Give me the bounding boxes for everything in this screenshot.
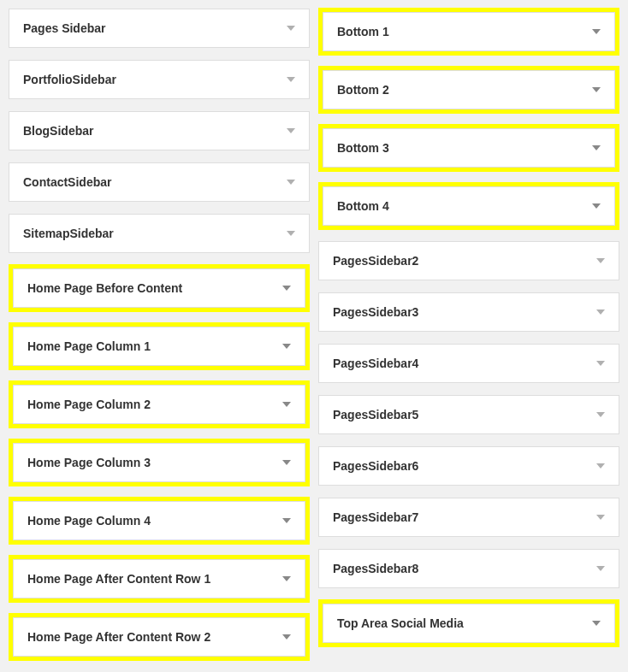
widget-area-sitemapsidebar[interactable]: SitemapSidebar — [9, 214, 310, 253]
widget-area-bottom-1[interactable]: Bottom 1 — [323, 12, 615, 51]
widget-area-home-page-column-4[interactable]: Home Page Column 4 — [13, 501, 305, 540]
highlight-wrap: Bottom 1 — [318, 8, 619, 56]
widget-area-bottom-4[interactable]: Bottom 4 — [323, 186, 615, 226]
highlight-wrap: Home Page Before Content — [9, 264, 310, 312]
chevron-down-icon — [282, 634, 291, 640]
chevron-down-icon — [592, 621, 601, 626]
widget-area-label: Bottom 2 — [337, 83, 389, 97]
widget-area-bottom-2[interactable]: Bottom 2 — [323, 70, 615, 109]
chevron-down-icon — [282, 576, 291, 581]
widget-area-label: PagesSidebar5 — [333, 408, 418, 421]
chevron-down-icon — [596, 412, 605, 417]
widget-area-pagessidebar3[interactable]: PagesSidebar3 — [318, 292, 619, 332]
widget-area-label: Bottom 1 — [337, 25, 389, 38]
widget-area-home-page-column-1[interactable]: Home Page Column 1 — [13, 327, 305, 366]
widget-area-blogsidebar[interactable]: BlogSidebar — [9, 111, 310, 150]
widget-area-bottom-3[interactable]: Bottom 3 — [323, 128, 615, 168]
highlight-wrap: Home Page After Content Row 1 — [9, 555, 310, 603]
chevron-down-icon — [287, 128, 295, 133]
widget-area-label: BlogSidebar — [23, 124, 93, 138]
widget-area-pagessidebar2[interactable]: PagesSidebar2 — [318, 241, 619, 280]
chevron-down-icon — [287, 26, 295, 31]
chevron-down-icon — [282, 460, 291, 465]
highlight-wrap: Bottom 3 — [318, 124, 619, 172]
widget-area-label: Home Page Column 4 — [27, 514, 151, 528]
chevron-down-icon — [592, 203, 601, 209]
widget-area-pagessidebar4[interactable]: PagesSidebar4 — [318, 344, 619, 383]
chevron-down-icon — [287, 180, 295, 185]
chevron-down-icon — [596, 258, 605, 263]
widget-area-label: PortfolioSidebar — [23, 73, 116, 86]
widget-area-pagessidebar5[interactable]: PagesSidebar5 — [318, 395, 619, 434]
widget-area-label: Bottom 4 — [337, 199, 389, 213]
highlight-wrap: Home Page Column 3 — [9, 439, 310, 486]
chevron-down-icon — [282, 286, 291, 291]
chevron-down-icon — [596, 361, 605, 366]
widget-area-label: Bottom 3 — [337, 141, 389, 155]
widget-area-label: Home Page After Content Row 2 — [27, 630, 210, 644]
chevron-down-icon — [282, 518, 291, 523]
widget-area-home-page-after-content-row-1[interactable]: Home Page After Content Row 1 — [13, 559, 305, 598]
left-column: Pages SidebarPortfolioSidebarBlogSidebar… — [9, 9, 310, 660]
widget-area-home-page-before-content[interactable]: Home Page Before Content — [13, 268, 305, 308]
widget-area-label: PagesSidebar3 — [333, 305, 418, 319]
widget-area-label: ContactSidebar — [23, 175, 111, 189]
widget-area-label: Top Area Social Media — [337, 616, 464, 630]
chevron-down-icon — [592, 145, 601, 150]
widget-area-label: Home Page After Content Row 1 — [27, 572, 210, 586]
widget-area-label: Home Page Before Content — [27, 281, 182, 295]
widget-area-contactsidebar[interactable]: ContactSidebar — [9, 162, 310, 202]
chevron-down-icon — [596, 566, 605, 571]
widget-area-label: Home Page Column 3 — [27, 456, 151, 469]
widget-area-label: Home Page Column 1 — [27, 339, 151, 353]
highlight-wrap: Bottom 2 — [318, 66, 619, 114]
highlight-wrap: Top Area Social Media — [318, 599, 619, 647]
widget-area-pagessidebar7[interactable]: PagesSidebar7 — [318, 498, 619, 537]
chevron-down-icon — [596, 515, 605, 520]
widget-area-pages-sidebar[interactable]: Pages Sidebar — [9, 9, 310, 48]
widget-area-label: PagesSidebar6 — [333, 459, 418, 473]
widget-area-home-page-column-3[interactable]: Home Page Column 3 — [13, 443, 305, 482]
widget-area-label: PagesSidebar7 — [333, 510, 418, 524]
chevron-down-icon — [287, 231, 295, 236]
chevron-down-icon — [287, 77, 295, 82]
chevron-down-icon — [592, 87, 601, 92]
widget-areas-grid: Pages SidebarPortfolioSidebarBlogSidebar… — [9, 9, 619, 660]
widget-area-label: SitemapSidebar — [23, 227, 114, 240]
widget-area-label: PagesSidebar8 — [333, 562, 418, 575]
highlight-wrap: Bottom 4 — [318, 182, 619, 230]
widget-area-label: Pages Sidebar — [23, 21, 106, 35]
widget-area-pagessidebar8[interactable]: PagesSidebar8 — [318, 549, 619, 588]
widget-area-top-area-social-media[interactable]: Top Area Social Media — [323, 604, 615, 643]
widget-area-home-page-after-content-row-2[interactable]: Home Page After Content Row 2 — [13, 617, 305, 657]
widget-area-home-page-column-2[interactable]: Home Page Column 2 — [13, 385, 305, 424]
highlight-wrap: Home Page Column 1 — [9, 322, 310, 370]
highlight-wrap: Home Page Column 4 — [9, 497, 310, 545]
widget-area-label: PagesSidebar4 — [333, 357, 418, 370]
highlight-wrap: Home Page After Content Row 2 — [9, 613, 310, 661]
widget-area-label: PagesSidebar2 — [333, 254, 418, 268]
widget-area-label: Home Page Column 2 — [27, 398, 151, 411]
chevron-down-icon — [596, 309, 605, 315]
chevron-down-icon — [592, 29, 601, 34]
chevron-down-icon — [282, 402, 291, 407]
widget-area-portfoliosidebar[interactable]: PortfolioSidebar — [9, 60, 310, 99]
widget-area-pagessidebar6[interactable]: PagesSidebar6 — [318, 446, 619, 486]
right-column: Bottom 1Bottom 2Bottom 3Bottom 4PagesSid… — [318, 9, 619, 660]
highlight-wrap: Home Page Column 2 — [9, 380, 310, 428]
chevron-down-icon — [282, 344, 291, 349]
chevron-down-icon — [596, 463, 605, 469]
